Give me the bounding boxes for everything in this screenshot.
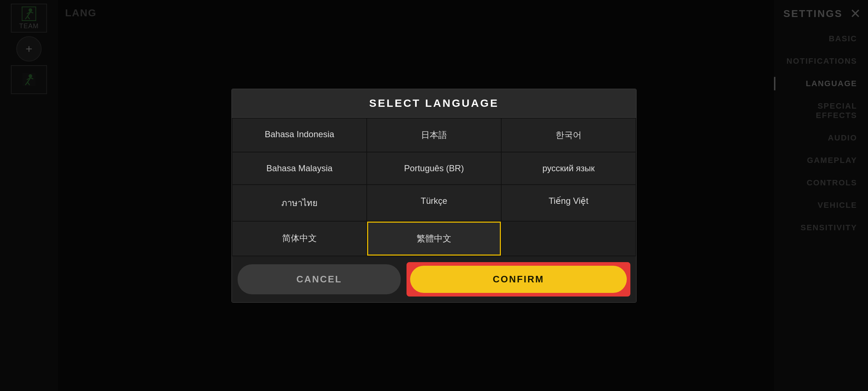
dialog-header: SELECT LANGUAGE — [232, 89, 636, 118]
cancel-button[interactable]: CANCEL — [238, 264, 401, 294]
lang-option-bahasa-indonesia[interactable]: Bahasa Indonesia — [233, 118, 366, 152]
lang-option-vietnamese[interactable]: Tiếng Việt — [502, 185, 635, 221]
lang-option-russian[interactable]: русский язык — [502, 152, 635, 184]
lang-option-japanese[interactable]: 日本語 — [367, 118, 501, 152]
lang-option-thai[interactable]: ภาษาไทย — [233, 185, 366, 221]
lang-option-simplified-chinese[interactable]: 简体中文 — [233, 222, 366, 256]
dialog-body: Bahasa Indonesia 日本語 한국어 Bahasa Malaysia… — [232, 118, 636, 256]
confirm-button[interactable]: CONFIRM — [410, 266, 627, 293]
lang-option-traditional-chinese[interactable]: 繁體中文 — [367, 222, 501, 256]
lang-option-portuguese-br[interactable]: Português (BR) — [367, 152, 501, 184]
lang-option-korean[interactable]: 한국어 — [502, 118, 635, 152]
lang-option-bahasa-malaysia[interactable]: Bahasa Malaysia — [233, 152, 366, 184]
modal-overlay: SELECT LANGUAGE Bahasa Indonesia 日本語 한국어… — [0, 0, 868, 391]
language-grid: Bahasa Indonesia 日本語 한국어 Bahasa Malaysia… — [232, 118, 636, 256]
select-language-dialog: SELECT LANGUAGE Bahasa Indonesia 日本語 한국어… — [231, 89, 637, 303]
lang-option-turkish[interactable]: Türkçe — [367, 185, 501, 221]
dialog-footer: CANCEL CONFIRM — [232, 256, 636, 302]
lang-cell-empty — [502, 222, 635, 256]
dialog-title: SELECT LANGUAGE — [369, 97, 499, 109]
confirm-wrapper: CONFIRM — [407, 262, 630, 297]
